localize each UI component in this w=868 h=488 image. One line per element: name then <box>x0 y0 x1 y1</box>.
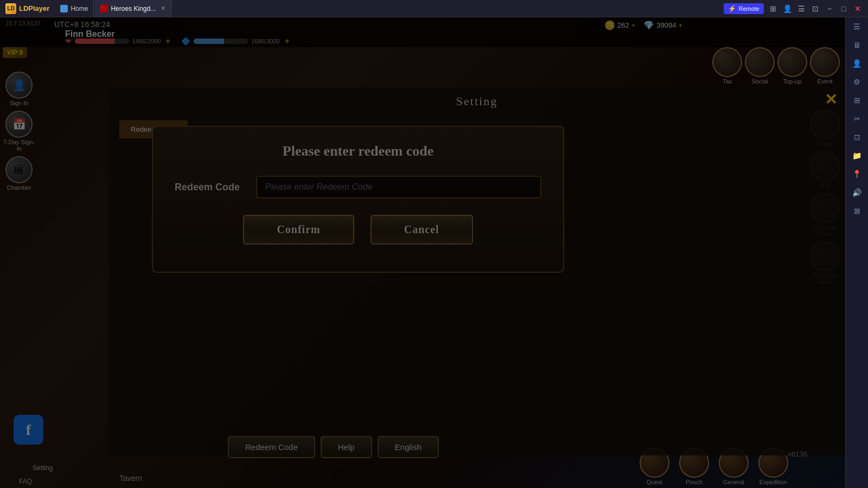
sidebar-icon-menu[interactable]: ☰ <box>850 19 865 34</box>
app-title: LDPlayer <box>19 4 49 12</box>
sidebar-icon-more[interactable]: ⊠ <box>850 203 865 219</box>
sidebar-icon-files[interactable]: 📁 <box>850 148 865 163</box>
tab-home[interactable]: Home <box>55 0 94 17</box>
remote-label: Remote <box>738 5 760 12</box>
tab-game[interactable]: Heroes Kingd... ✕ <box>95 0 171 17</box>
tab-close-icon[interactable]: ✕ <box>161 5 165 12</box>
titlebar: LD LDPlayer Home Heroes Kingd... ✕ ⚡ Rem… <box>0 0 868 17</box>
app-logo: LD LDPlayer <box>0 3 55 14</box>
sidebar-icon-screenshot[interactable]: ✂ <box>850 111 865 126</box>
lightning-icon: ⚡ <box>728 5 736 12</box>
settings-icon[interactable]: ☰ <box>796 4 806 13</box>
multiscreen-icon[interactable]: ⊞ <box>768 4 778 13</box>
sidebar-icon-account[interactable]: 👤 <box>850 56 865 71</box>
right-sidebar: ☰ 🖥 👤 ⚙ ⊞ ✂ ⊡ 📁 📍 🔊 ⊠ <box>845 0 868 488</box>
game-tab-icon <box>100 5 108 12</box>
close-icon[interactable]: ✕ <box>853 4 863 13</box>
tabs-container: Home Heroes Kingd... ✕ <box>55 0 718 17</box>
player-icon[interactable]: 👤 <box>782 4 792 13</box>
resize-icon[interactable]: ⊡ <box>810 4 820 13</box>
minimize-icon[interactable]: − <box>825 4 834 13</box>
titlebar-controls: ⚡ Remote ⊞ 👤 ☰ ⊡ − □ ✕ <box>718 3 868 14</box>
maximize-icon[interactable]: □ <box>839 4 848 13</box>
remote-button[interactable]: ⚡ Remote <box>724 3 764 14</box>
home-tab-icon <box>60 5 68 12</box>
sidebar-icon-volume[interactable]: 🔊 <box>850 185 865 200</box>
ld-icon: LD <box>5 3 16 14</box>
game-tab-label: Heroes Kingd... <box>111 5 156 12</box>
sidebar-icon-location[interactable]: 📍 <box>850 166 865 182</box>
sidebar-icon-record[interactable]: ⊡ <box>850 130 865 145</box>
home-tab-label: Home <box>71 5 88 12</box>
modal-overlay <box>0 0 868 488</box>
sidebar-icon-display[interactable]: 🖥 <box>850 37 865 53</box>
sidebar-icon-settings[interactable]: ⚙ <box>850 74 865 89</box>
sidebar-icon-apps[interactable]: ⊞ <box>850 93 865 108</box>
